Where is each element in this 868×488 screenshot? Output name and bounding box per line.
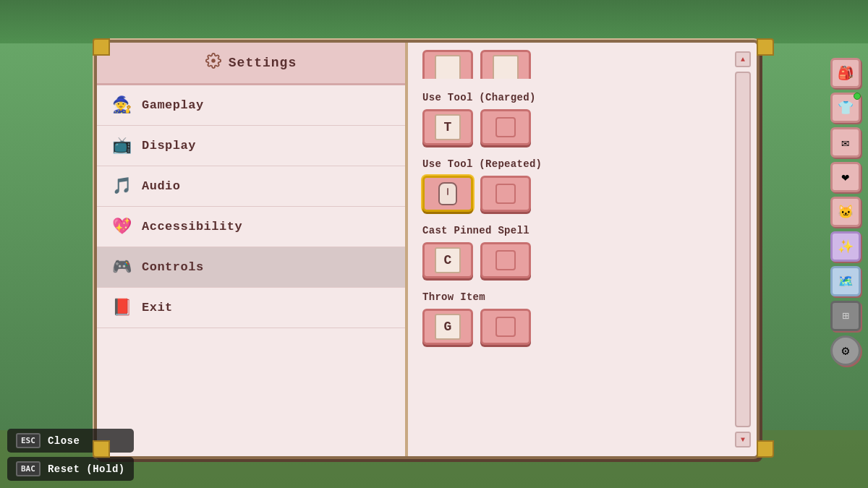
- use-tool-charged-keys: T: [422, 109, 717, 145]
- close-hud-label: Close: [48, 435, 80, 447]
- cast-pinned-spell-label: Cast Pinned Spell: [422, 225, 717, 236]
- close-hud-button[interactable]: ESC Close: [7, 429, 134, 453]
- key-btn-g[interactable]: G: [422, 309, 473, 345]
- accessibility-label: Accessibility: [142, 220, 242, 234]
- nav-item-accessibility[interactable]: 💖 Accessibility: [97, 207, 405, 247]
- key-label-charged-secondary: [495, 117, 516, 137]
- sidebar-grid-button[interactable]: ⊞: [830, 301, 861, 331]
- corner-top-left: [93, 38, 110, 56]
- corner-top-right: [757, 38, 774, 56]
- nav-item-controls[interactable]: 🎮 Controls: [97, 247, 405, 288]
- sidebar-sparkle-button[interactable]: ✨: [830, 231, 861, 262]
- reset-hud-label: Reset (Hold): [48, 463, 125, 475]
- gear-bottom-icon: ⚙️: [842, 343, 850, 359]
- binding-cast-pinned-spell: Cast Pinned Spell C: [422, 225, 742, 278]
- sidebar-shirt-button[interactable]: 👕: [830, 93, 861, 123]
- reset-hud-button[interactable]: BAC Reset (Hold): [7, 457, 134, 481]
- settings-title: Settings: [229, 56, 297, 70]
- key-btn-charged-secondary[interactable]: [480, 109, 531, 145]
- audio-icon: 🎵: [111, 176, 132, 196]
- key-label-t: T: [435, 114, 461, 140]
- scroll-up-arrow: ▲: [741, 56, 745, 64]
- key-label-throw-secondary: [495, 317, 516, 337]
- key-btn-partial-1[interactable]: [422, 50, 473, 79]
- heart-icon: ❤️: [842, 169, 850, 185]
- binding-use-tool-charged: Use Tool (Charged) T: [422, 92, 742, 145]
- scroll-up-button[interactable]: ▲: [735, 51, 751, 67]
- settings-book: Settings 🧙 Gameplay 📺 Display 🎵 Audio 💖 …: [94, 40, 760, 459]
- controls-icon: 🎮: [111, 257, 132, 277]
- corner-bottom-right: [757, 440, 774, 458]
- key-btn-throw-secondary[interactable]: [480, 309, 531, 345]
- display-label: Display: [142, 139, 196, 153]
- scroll-down-arrow: ▼: [741, 436, 745, 444]
- sidebar-gear-button[interactable]: ⚙️: [830, 335, 861, 366]
- nav-item-gameplay[interactable]: 🧙 Gameplay: [97, 85, 405, 126]
- key-label-partial-2: [493, 55, 519, 79]
- close-key-badge: ESC: [16, 433, 41, 448]
- binding-use-tool-repeated: Use Tool (Repeated): [422, 158, 742, 212]
- corner-bottom-left: [93, 440, 110, 458]
- mouse-icon: [438, 182, 457, 205]
- sidebar-mail-button[interactable]: ✉️: [830, 127, 861, 158]
- mail-icon: ✉️: [842, 134, 850, 150]
- backpack-icon: 🎒: [838, 65, 854, 81]
- key-label-c: C: [435, 247, 461, 273]
- key-btn-partial-2[interactable]: [480, 50, 531, 79]
- scroll-down-button[interactable]: ▼: [735, 432, 751, 448]
- exit-icon: 📕: [111, 298, 132, 317]
- key-label-g: G: [435, 314, 461, 340]
- nav-item-exit[interactable]: 📕 Exit: [97, 288, 405, 328]
- gameplay-icon: 🧙: [111, 95, 132, 115]
- gameplay-label: Gameplay: [142, 98, 204, 112]
- map-icon: 🗺️: [838, 273, 854, 289]
- sparkle-icon: ✨: [838, 239, 854, 254]
- key-label-repeated-secondary: [495, 184, 516, 204]
- use-tool-charged-label: Use Tool (Charged): [422, 92, 717, 103]
- sidebar-heart-button[interactable]: ❤️: [830, 162, 861, 192]
- bottom-hud: ESC Close BAC Reset (Hold): [7, 429, 134, 481]
- throw-item-label: Throw Item: [422, 291, 717, 303]
- key-label-partial-1: [435, 55, 461, 79]
- key-btn-repeated-secondary[interactable]: [480, 176, 531, 212]
- key-label-spell-secondary: [495, 250, 516, 270]
- sidebar-map-button[interactable]: 🗺️: [830, 266, 861, 296]
- right-sidebar: 🎒 👕 ✉️ ❤️ 🐱 ✨ 🗺️ ⊞ ⚙️: [830, 58, 861, 366]
- throw-item-keys: G: [422, 309, 717, 345]
- key-btn-c[interactable]: C: [422, 242, 473, 278]
- controls-label: Controls: [142, 260, 204, 274]
- reset-key-badge: BAC: [16, 461, 41, 476]
- use-tool-repeated-keys: [422, 176, 717, 212]
- binding-throw-item: Throw Item G: [422, 291, 742, 345]
- binding-row-partial: [422, 50, 742, 79]
- display-icon: 📺: [111, 136, 132, 155]
- nav-item-audio[interactable]: 🎵 Audio: [97, 166, 405, 207]
- left-page: Settings 🧙 Gameplay 📺 Display 🎵 Audio 💖 …: [97, 43, 408, 456]
- cast-pinned-spell-keys: C: [422, 242, 717, 278]
- key-btn-t[interactable]: T: [422, 109, 473, 145]
- accessibility-icon: 💖: [111, 217, 132, 236]
- key-btn-spell-secondary[interactable]: [480, 242, 531, 278]
- settings-header: Settings: [97, 43, 405, 85]
- audio-label: Audio: [142, 179, 181, 193]
- character-icon: 🐱: [838, 204, 854, 220]
- sidebar-character-button[interactable]: 🐱: [830, 197, 861, 227]
- shirt-icon: 👕: [838, 100, 854, 116]
- nav-item-display[interactable]: 📺 Display: [97, 126, 405, 166]
- shirt-badge-dot: [854, 93, 861, 100]
- use-tool-repeated-label: Use Tool (Repeated): [422, 158, 717, 170]
- grid-icon: ⊞: [842, 309, 849, 323]
- right-page: ▲ ▼ Use Tool (Charged) T: [408, 43, 757, 456]
- settings-gear-icon: [205, 53, 221, 73]
- key-btn-mouse[interactable]: [422, 176, 473, 212]
- exit-label: Exit: [142, 301, 173, 314]
- sidebar-backpack-button[interactable]: 🎒: [830, 58, 861, 88]
